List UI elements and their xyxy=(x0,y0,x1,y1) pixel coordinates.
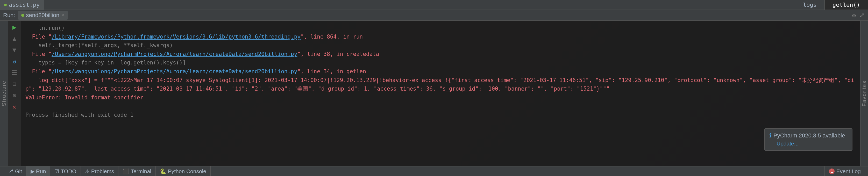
output-line-8: ValueError: Invalid format specifier xyxy=(25,94,856,102)
main-area: Structure ▶ ▲ ▼ ↺ ☰ ⊟ ⊕ ✕ ln.run() File … xyxy=(0,21,868,166)
output-line-6: File "/Users/wangyunlong/PycharmProjects… xyxy=(25,67,856,76)
terminal-button[interactable]: ⬛ Terminal xyxy=(118,167,155,176)
run-tab-send20billion[interactable]: send20billion × xyxy=(18,11,68,20)
tab-bar: assist.py logs getlen() xyxy=(0,0,868,10)
event-log-button[interactable]: 1 Event Log xyxy=(825,167,865,176)
python-console-button[interactable]: 🐍 Python Console xyxy=(156,167,211,176)
problems-icon: ⚠ xyxy=(85,168,90,174)
info-icon: ℹ xyxy=(769,132,771,139)
settings-icon[interactable]: ⚙ xyxy=(852,11,856,19)
pycharm-notification: ℹ PyCharm 2020.3.5 available Update... xyxy=(764,128,852,151)
output-line-10: Process finished with exit code 1 xyxy=(25,111,856,119)
run-label: Run: xyxy=(3,12,15,19)
link-send20billion-38[interactable]: /Users/wangyunlong/PycharmProjects/Auror… xyxy=(52,51,297,57)
output-line-5: types = [key for key in log.getlen().key… xyxy=(25,59,856,67)
output-line-7: log_dict["xxxx"] = f"""<1222>Mar 17 14:0… xyxy=(25,76,856,94)
tab-logs[interactable]: logs xyxy=(795,0,825,9)
link-threading[interactable]: /Library/Frameworks/Python.framework/Ver… xyxy=(52,34,301,40)
ide-container: assist.py logs getlen() Run: send20billi… xyxy=(0,0,868,176)
todo-button[interactable]: ☑ TODO xyxy=(50,167,81,176)
tab-getlen[interactable]: getlen() xyxy=(825,0,868,9)
output-line-1: ln.run() xyxy=(25,24,856,33)
structure-label: Structure xyxy=(1,80,7,106)
structure-panel[interactable]: Structure xyxy=(0,21,8,166)
todo-icon: ☑ xyxy=(54,168,59,174)
event-count: 1 xyxy=(829,169,835,174)
file-dot xyxy=(4,4,7,6)
delete-button[interactable]: ✕ xyxy=(10,103,19,111)
list-button[interactable]: ☰ xyxy=(10,68,19,77)
rerun-button[interactable]: ↺ xyxy=(10,57,19,66)
git-icon: ⎇ xyxy=(7,168,13,174)
favorites-panel[interactable]: Favorites xyxy=(860,21,868,166)
output-line-4: File "/Users/wangyunlong/PycharmProjects… xyxy=(25,50,856,59)
update-link[interactable]: Update... xyxy=(777,141,847,147)
output-line-2: File "/Library/Frameworks/Python.framewo… xyxy=(25,33,856,41)
run-status-icon: ▶ xyxy=(31,168,34,174)
python-icon: 🐍 xyxy=(160,168,166,174)
output-line-3: self._target(*self._args, **self._kwargs… xyxy=(25,41,856,50)
status-bar: ⎇ Git ▶ Run ☑ TODO ⚠ Problems ⬛ Terminal… xyxy=(0,166,868,176)
link-send20billion-34[interactable]: /Users/wangyunlong/PycharmProjects/Auror… xyxy=(52,68,297,75)
problems-button[interactable]: ⚠ Problems xyxy=(81,167,119,176)
git-button[interactable]: ⎇ Git xyxy=(3,167,26,176)
favorites-label: Favorites xyxy=(861,80,867,106)
up-button[interactable]: ▲ xyxy=(10,34,19,43)
notification-title: ℹ PyCharm 2020.3.5 available xyxy=(769,132,847,139)
output-panel: ln.run() File "/Library/Frameworks/Pytho… xyxy=(21,21,860,166)
down-button[interactable]: ▼ xyxy=(10,45,19,55)
run-status-button[interactable]: ▶ Run xyxy=(26,167,51,176)
run-sidebar: ▶ ▲ ▼ ↺ ☰ ⊟ ⊕ ✕ xyxy=(8,21,21,166)
run-close[interactable]: × xyxy=(62,12,65,18)
expand-icon[interactable]: ⤢ xyxy=(859,11,865,19)
run-dot xyxy=(21,14,24,17)
play-button[interactable]: ▶ xyxy=(10,23,19,32)
pin-button[interactable]: ⊕ xyxy=(10,91,19,100)
run-bar: Run: send20billion × ⚙ ⤢ xyxy=(0,10,868,21)
print-button[interactable]: ⊟ xyxy=(10,80,19,89)
output-line-9 xyxy=(25,102,856,111)
terminal-icon: ⬛ xyxy=(123,168,129,174)
tab-assist[interactable]: assist.py xyxy=(0,0,44,9)
